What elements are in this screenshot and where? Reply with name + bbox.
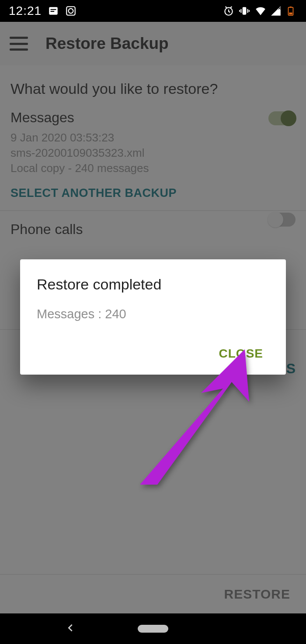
svg-rect-13 <box>290 7 292 8</box>
svg-text:✕: ✕ <box>278 6 282 11</box>
status-bar-right: ✕ <box>223 5 297 17</box>
nav-back-icon[interactable] <box>66 620 75 637</box>
dialog-actions: CLOSE <box>37 342 269 365</box>
dialog-title: Restore completed <box>37 276 269 293</box>
battery-icon <box>286 5 297 17</box>
status-time: 12:21 <box>9 4 42 18</box>
cell-signal-icon: ✕ <box>270 5 282 17</box>
svg-rect-8 <box>247 9 248 13</box>
svg-rect-10 <box>249 10 250 12</box>
restore-completed-dialog: Restore completed Messages : 240 CLOSE <box>20 259 286 375</box>
close-button[interactable]: CLOSE <box>213 342 269 365</box>
nav-home-pill[interactable] <box>138 625 168 633</box>
android-nav-bar <box>0 613 306 644</box>
vibrate-icon <box>239 5 250 17</box>
svg-rect-6 <box>243 7 247 14</box>
svg-rect-7 <box>240 9 241 13</box>
svg-point-4 <box>69 9 73 14</box>
svg-rect-2 <box>51 11 55 12</box>
alarm-icon <box>223 5 234 17</box>
svg-rect-1 <box>51 9 56 10</box>
notification-icon-2 <box>65 5 76 17</box>
svg-rect-9 <box>239 10 240 12</box>
dialog-message-count: Messages : 240 <box>37 307 269 321</box>
svg-rect-14 <box>289 13 292 15</box>
notification-icon-1 <box>48 5 59 17</box>
svg-rect-3 <box>66 7 75 15</box>
status-bar-left: 12:21 <box>9 4 76 18</box>
status-bar: 12:21 ✕ <box>0 0 306 22</box>
wifi-icon <box>254 5 266 17</box>
